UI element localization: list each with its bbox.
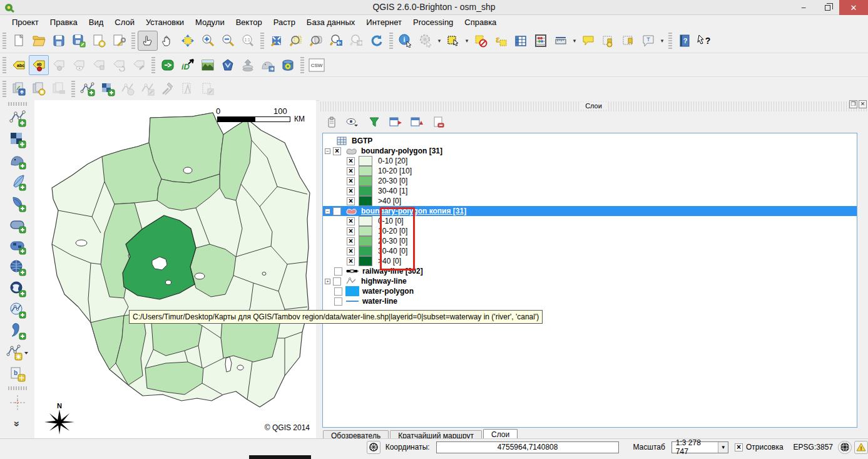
layer-row-water-line[interactable]: × water-line	[323, 296, 857, 306]
edit-vector-disabled-icon[interactable]	[138, 79, 158, 99]
new-gpx-layer-icon[interactable]: b	[6, 363, 29, 384]
crs-status-button[interactable]	[838, 441, 852, 454]
new-project-icon[interactable]	[9, 31, 29, 51]
extent-tracking-button[interactable]	[367, 441, 380, 454]
expand-expander[interactable]: +	[325, 279, 330, 284]
coordinates-input[interactable]	[436, 441, 620, 453]
osm-download-icon[interactable]	[158, 55, 178, 75]
legend-row[interactable]: ×30-40 [1]	[323, 186, 857, 196]
new-shapefile-layer-icon[interactable]	[6, 342, 29, 363]
add-raster-icon[interactable]	[98, 79, 118, 99]
layer-checkbox[interactable]: ×	[333, 277, 341, 286]
zoom-last-icon[interactable]	[327, 31, 347, 51]
label-properties-icon[interactable]	[129, 55, 149, 75]
toolbar-drag-handle[interactable]	[3, 57, 6, 73]
toolbar-drag-handle[interactable]	[3, 33, 6, 49]
measure-icon[interactable]	[551, 31, 571, 51]
measure-dropdown-icon[interactable]: ▾	[571, 38, 578, 44]
menu-processing[interactable]: Processing	[407, 16, 459, 28]
zoom-out-icon[interactable]	[218, 31, 238, 51]
paste-features-icon[interactable]	[178, 79, 198, 99]
toolbar-drag-handle[interactable]	[8, 386, 27, 390]
menu-vector[interactable]: Вектор	[230, 16, 268, 28]
more-tools-chevron-icon[interactable]: »	[6, 413, 29, 435]
help-contents-icon[interactable]: ?	[675, 31, 695, 51]
add-mssql-layer-icon[interactable]	[6, 193, 29, 214]
add-delimited-text-layer-icon[interactable]	[6, 321, 29, 342]
class-checkbox[interactable]: ×	[347, 237, 355, 245]
tools-hammer-icon[interactable]	[158, 79, 178, 99]
feature-action-dropdown-icon[interactable]: ▾	[436, 38, 443, 44]
identify-features-icon[interactable]: i	[396, 31, 416, 51]
feature-action-icon[interactable]	[416, 31, 436, 51]
menu-help[interactable]: Справка	[459, 16, 502, 28]
toolbar-drag-handle[interactable]	[131, 33, 135, 49]
attribute-table-icon[interactable]	[511, 31, 531, 51]
label-unpin-icon[interactable]	[49, 55, 69, 75]
touch-zoom-tool-icon[interactable]	[138, 31, 158, 51]
menu-edit[interactable]: Правка	[44, 16, 83, 28]
toolbar-drag-handle[interactable]	[389, 33, 393, 49]
add-wms-layer-icon[interactable]	[6, 257, 29, 278]
minimize-button[interactable]: –	[792, 0, 815, 15]
collapse-expander[interactable]: −	[325, 209, 330, 214]
menu-raster[interactable]: Растр	[268, 16, 301, 28]
new-bookmark-icon[interactable]	[598, 31, 618, 51]
label-move-icon[interactable]	[89, 55, 109, 75]
add-wcs-layer-icon[interactable]	[6, 278, 29, 299]
legend-row[interactable]: ×20-30 [0]	[323, 176, 857, 186]
zoom-in-icon[interactable]	[198, 31, 218, 51]
add-spatialite-layer-icon[interactable]	[6, 172, 29, 193]
layers-remove-icon[interactable]	[49, 79, 69, 99]
refresh-icon[interactable]	[367, 31, 387, 51]
scale-dropdown-icon[interactable]: ▼	[718, 442, 728, 453]
toolbar-drag-handle[interactable]	[668, 33, 672, 49]
legend-row[interactable]: ×>40 [0]	[323, 196, 857, 206]
add-oracle-layer-icon[interactable]	[6, 214, 29, 235]
pan-to-selection-icon[interactable]	[178, 31, 198, 51]
menu-plugins[interactable]: Модули	[190, 16, 230, 28]
map-tips-icon[interactable]	[578, 31, 598, 51]
pan-map-icon[interactable]	[158, 31, 178, 51]
filter-legend-icon[interactable]	[367, 115, 382, 130]
render-checkbox[interactable]: ×	[735, 443, 743, 451]
close-button[interactable]: ✕	[839, 0, 868, 15]
add-raster-layer-icon[interactable]	[6, 129, 29, 150]
remove-layer-icon[interactable]	[431, 115, 446, 130]
legend-row[interactable]: ×10-20 [10]	[323, 166, 857, 176]
layer-checkbox[interactable]: ×	[333, 207, 341, 215]
layer-row-highway-line[interactable]: + × highway-line	[323, 276, 857, 286]
menu-settings[interactable]: Установки	[140, 16, 190, 28]
class-checkbox[interactable]: ×	[347, 257, 355, 266]
zoom-to-layer-icon[interactable]	[307, 31, 327, 51]
class-checkbox[interactable]: ×	[347, 197, 355, 205]
layer-checkbox[interactable]: ×	[333, 147, 341, 155]
toolbar-drag-handle[interactable]	[260, 33, 264, 49]
toolbar-drag-handle[interactable]	[71, 81, 75, 97]
whats-this-icon[interactable]: ?	[695, 31, 715, 51]
menu-view[interactable]: Вид	[83, 16, 110, 28]
class-checkbox[interactable]: ×	[347, 217, 355, 225]
select-features-dropdown-icon[interactable]: ▾	[463, 38, 471, 44]
class-checkbox[interactable]: ×	[347, 187, 355, 195]
cad-crosshair-icon[interactable]	[6, 392, 29, 413]
new-vector-disabled-icon[interactable]	[118, 79, 138, 99]
composer-manager-icon[interactable]	[109, 31, 129, 51]
save-project-icon[interactable]	[49, 31, 69, 51]
layers-new-icon[interactable]	[29, 79, 49, 99]
add-vector-layer-icon[interactable]	[6, 108, 29, 129]
layers-import-icon[interactable]	[9, 79, 29, 99]
restore-button[interactable]	[815, 0, 839, 15]
annotation-dropdown-icon[interactable]: ▾	[658, 38, 666, 44]
menu-database[interactable]: База данных	[301, 16, 360, 28]
open-project-icon[interactable]	[29, 31, 49, 51]
class-checkbox[interactable]: ×	[347, 177, 355, 185]
edit-paste-icon[interactable]	[198, 79, 218, 99]
zoom-native-icon[interactable]: 1:1	[238, 31, 258, 51]
class-checkbox[interactable]: ×	[347, 227, 355, 235]
export-to-postgis-icon[interactable]	[258, 55, 278, 75]
class-checkbox[interactable]: ×	[347, 247, 355, 255]
select-features-icon[interactable]	[443, 31, 463, 51]
add-db2-layer-icon[interactable]	[6, 235, 29, 257]
metasearch-icon[interactable]	[218, 55, 238, 75]
